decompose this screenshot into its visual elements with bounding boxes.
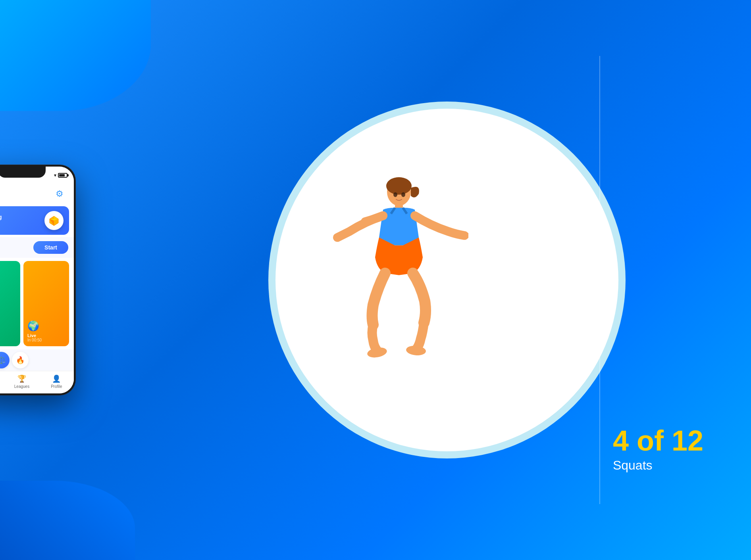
activity-label-live: Live (27, 333, 65, 338)
nav-item-profile[interactable]: 👤 Profile (39, 374, 74, 389)
svg-point-11 (393, 192, 397, 197)
nav-item-activity[interactable]: ⚡ Activity (0, 374, 4, 389)
top-left-decoration (0, 0, 151, 111)
status-icons: ▾ (54, 173, 67, 178)
sketch-icon (44, 211, 64, 230)
phone-notch (0, 167, 46, 178)
activity-icon-globe: 🌍 (27, 320, 65, 332)
svg-point-12 (401, 192, 405, 197)
bottom-left-decoration (0, 481, 135, 560)
nav-item-leagues[interactable]: 🏆 Leagues (4, 374, 39, 389)
workout-name: Training (0, 214, 2, 220)
main-container: ▾ ut ⚙ Train (0, 0, 751, 560)
start-button[interactable]: Start (33, 241, 68, 254)
leagues-nav-label: Leagues (14, 384, 29, 389)
counter-number: 4 of 12 (613, 426, 703, 455)
vertical-divider (599, 56, 600, 504)
squat-figure-svg (325, 170, 468, 368)
workout-count: 1 of 4 (0, 222, 2, 227)
exercise-figure-area (325, 170, 468, 370)
phone-header: ut ⚙ (0, 184, 74, 204)
exercise-name: Squats (613, 458, 703, 473)
workout-card[interactable]: Training 1 of 4 (0, 206, 69, 235)
tab-icons-row: 🦵 ⚖️ 🔥 (0, 349, 74, 371)
activity-row: 🏃 🌍 Live In 00:50 (0, 258, 74, 349)
battery-icon (58, 173, 67, 178)
leagues-nav-icon: 🏆 (17, 374, 26, 383)
phone-frame: ▾ ut ⚙ Train (0, 165, 75, 395)
bottom-nav: ⚡ Activity 🏆 Leagues 👤 Profile (0, 371, 74, 393)
settings-icon[interactable]: ⚙ (56, 189, 67, 201)
activity-icon-run: 🏃 (0, 330, 16, 341)
tab-icon-3[interactable]: 🔥 (12, 352, 29, 368)
phone-content: ut ⚙ Training 1 of 4 (0, 184, 74, 393)
wifi-icon: ▾ (54, 173, 56, 178)
activity-card-green[interactable]: 🏃 (0, 261, 20, 346)
activity-sub-time: In 00:50 (27, 338, 65, 342)
diamond-svg (48, 215, 60, 226)
svg-point-9 (366, 346, 387, 359)
counter-area: 4 of 12 Squats (613, 426, 703, 473)
profile-nav-label: Profile (51, 384, 62, 389)
svg-point-6 (386, 177, 412, 195)
activity-card-orange[interactable]: 🌍 Live In 00:50 (23, 261, 69, 346)
phone-mockup: ▾ ut ⚙ Train (0, 165, 75, 395)
profile-nav-icon: 👤 (52, 374, 61, 383)
start-row: Start (0, 237, 74, 258)
workout-card-text: Training 1 of 4 (0, 214, 2, 227)
phone-screen: ▾ ut ⚙ Train (0, 167, 74, 393)
tab-icon-2[interactable]: ⚖️ (0, 352, 10, 368)
